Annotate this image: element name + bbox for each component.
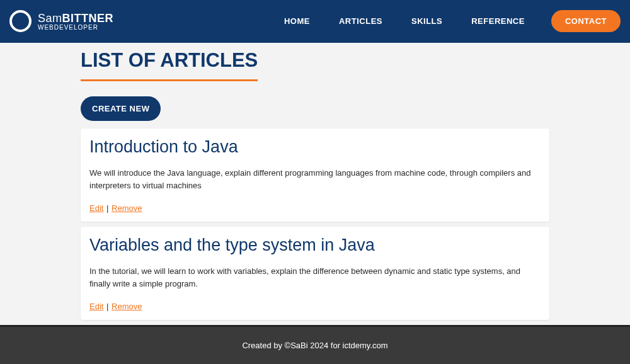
contact-button[interactable]: CONTACT: [551, 10, 621, 32]
article-title-link[interactable]: Variables and the type system in Java: [89, 236, 541, 255]
nav-skills[interactable]: SKILLS: [411, 16, 442, 26]
nav-reference[interactable]: REFERENCE: [471, 16, 525, 26]
article-description: In the tutorial, we will learn to work w…: [89, 265, 541, 290]
logo-icon: [9, 10, 32, 32]
article-card: Variables and the type system in Java In…: [81, 227, 549, 320]
main-content: LIST OF ARTICLES CREATE NEW Introduction…: [0, 43, 630, 326]
logo-text: SamBITTNER WEBDEVELOPER: [38, 12, 113, 31]
action-divider: |: [106, 203, 111, 213]
action-divider: |: [106, 302, 111, 311]
article-actions: Edit | Remove: [89, 203, 541, 213]
logo-name: SamBITTNER: [38, 12, 113, 25]
logo-subtitle: WEBDEVELOPER: [38, 24, 113, 31]
logo-first-name: Sam: [38, 12, 62, 25]
page-title: LIST OF ARTICLES: [81, 49, 258, 81]
footer: Created by ©SaBi 2024 for ictdemy.com: [0, 325, 630, 364]
header: SamBITTNER WEBDEVELOPER HOME ARTICLES SK…: [0, 0, 630, 43]
remove-link[interactable]: Remove: [112, 302, 142, 311]
logo-last-name: BITTNER: [62, 12, 114, 25]
article-card: Introduction to Java We will introduce t…: [81, 128, 549, 222]
article-description: We will introduce the Java language, exp…: [89, 167, 541, 192]
nav-home[interactable]: HOME: [284, 16, 310, 26]
article-actions: Edit | Remove: [89, 302, 541, 311]
edit-link[interactable]: Edit: [89, 302, 103, 311]
footer-text: Created by ©SaBi 2024 for ictdemy.com: [242, 341, 387, 350]
article-title-link[interactable]: Introduction to Java: [89, 137, 541, 157]
edit-link[interactable]: Edit: [89, 203, 103, 213]
logo-area[interactable]: SamBITTNER WEBDEVELOPER: [9, 10, 113, 32]
nav-articles[interactable]: ARTICLES: [339, 16, 382, 26]
main-nav: HOME ARTICLES SKILLS REFERENCE CONTACT: [284, 10, 621, 32]
remove-link[interactable]: Remove: [112, 203, 142, 213]
create-new-button[interactable]: CREATE NEW: [81, 96, 161, 121]
